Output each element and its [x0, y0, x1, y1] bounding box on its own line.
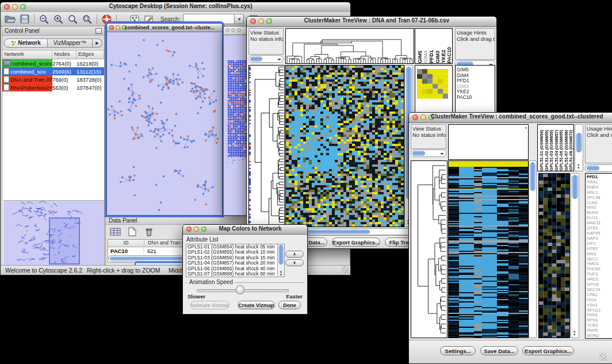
zoom-in-icon[interactable]	[51, 13, 66, 25]
usage-hints-panel: Usage Hints Click and drag to	[585, 124, 612, 163]
settings---button[interactable]: Settings...	[440, 346, 476, 355]
scroll-thumb[interactable]	[587, 166, 599, 171]
tab-network[interactable]: Network	[4, 39, 48, 48]
search-dropdown-icon[interactable]: ▼	[234, 14, 243, 24]
treeview-window-combined: ClusterMaker TreeView : combined_scores_…	[408, 112, 612, 364]
close-button[interactable]	[186, 227, 192, 232]
scroll-thumb[interactable]	[278, 245, 284, 265]
network-row-RNAPuberNov2+[interactable]: RNAPuberNov2+563(0)107847(0)	[2, 83, 104, 91]
scroll-thumb[interactable]	[530, 162, 536, 191]
data-panel-toolbar	[109, 227, 155, 237]
scroll-thumb[interactable]	[412, 151, 425, 156]
view-status-panel: View Status No status info f	[248, 28, 284, 55]
treeview1-titlebar[interactable]: ClusterMaker TreeView : DNA and Tran 07-…	[247, 17, 496, 27]
network-row-combined_sco[interactable]: combined_sco2569(6)13112(15)	[2, 67, 104, 75]
treeview2-title: ClusterMaker TreeView : combined_scores_…	[422, 113, 612, 120]
global-heatmap-panel[interactable]	[448, 160, 529, 338]
table-icon[interactable]	[109, 227, 122, 237]
zoom-button[interactable]	[237, 28, 241, 32]
close-button[interactable]	[250, 18, 256, 24]
resize-grip[interactable]	[342, 266, 349, 274]
folder-icon	[3, 60, 11, 66]
close-button[interactable]	[412, 114, 418, 120]
view-status-scrollbar[interactable]: ◂▸	[248, 55, 284, 63]
tab-network-label: Network	[18, 40, 40, 46]
column-network[interactable]: Network	[2, 51, 52, 59]
close-button[interactable]	[4, 4, 10, 10]
gene-label-MON2[interactable]: MON2	[586, 334, 612, 339]
column-id[interactable]: ID	[108, 240, 144, 247]
close-button[interactable]	[109, 25, 114, 30]
open-file-icon[interactable]	[3, 13, 17, 25]
network-view-titlebar[interactable]: combined_scores_good.txt--cluste...	[107, 24, 222, 32]
column-label-GIM4: GIM4	[423, 29, 429, 63]
row-dendrogram-panel[interactable]	[248, 65, 285, 227]
tab-vizmapper[interactable]: VizMapper™	[48, 39, 93, 48]
save-data---button[interactable]: Save Data...	[480, 346, 518, 355]
animate-vizmap-button: Animate Vizmap	[190, 301, 230, 309]
move-up-button[interactable]: ∧	[285, 251, 304, 258]
treeview2-titlebar[interactable]: ClusterMaker TreeView : combined_scores_…	[409, 113, 612, 123]
save-icon[interactable]	[17, 13, 32, 25]
network-name: combined_scores	[12, 60, 52, 67]
scroll-thumb[interactable]	[250, 56, 262, 62]
resize-grip[interactable]	[599, 353, 607, 361]
column-label-GPL51-08: GPL51-08 (GSM872)	[568, 125, 573, 171]
network-name: DNA and Tran 07	[10, 76, 52, 83]
zoom-out-icon[interactable]	[37, 13, 51, 25]
create-vizmap-button[interactable]: Create Vizmap	[238, 301, 275, 309]
minimize-button[interactable]	[231, 28, 235, 32]
gene-label-PAC10[interactable]: PAC10	[456, 95, 495, 101]
scroll-thumb[interactable]	[576, 133, 582, 152]
move-down-button[interactable]: ∨	[285, 259, 304, 266]
network-table-rows: combined_scores2764(0)16218(0)combined_s…	[2, 59, 104, 91]
main-titlebar[interactable]: Cytoscape Desktop (Session Name: collins…	[1, 2, 350, 13]
dialog-title: Map Colors to Network	[196, 225, 305, 232]
float-panel-icon[interactable]	[95, 28, 102, 34]
column-label-PAC10: PAC10	[446, 29, 452, 63]
scroll-thumb[interactable]	[572, 175, 578, 199]
zoom-selected-icon[interactable]	[80, 13, 94, 25]
animation-speed-label: Animation Speed	[188, 279, 235, 285]
row-dendrogram-panel[interactable]	[411, 160, 447, 338]
column-label-YKE2: YKE2	[441, 29, 446, 63]
column-edges[interactable]: Edges	[76, 51, 104, 59]
done-button[interactable]: Done	[278, 301, 301, 309]
network-name: RNAPuberNov2+	[10, 85, 52, 91]
export-graphics---button[interactable]: Export Graphics...	[332, 237, 380, 247]
network-canvas[interactable]	[107, 32, 221, 215]
zoom-fit-icon[interactable]	[66, 13, 80, 25]
column-dendrogram-panel[interactable]	[285, 28, 414, 64]
network-table-header: Network Nodes Edges	[2, 51, 104, 59]
column-tree-spacer: ▸	[448, 124, 529, 160]
column-nodes[interactable]: Nodes	[52, 51, 76, 59]
slider-thumb[interactable]	[236, 285, 244, 294]
tab-overflow-arrow[interactable]: ▶	[93, 39, 102, 48]
attribute-list[interactable]: GPL51-01 (GSM854) heat shock 05 minGPL51…	[186, 244, 285, 277]
heatmap-vscrollbar[interactable]	[529, 160, 537, 338]
network-row-DNA and Tran 07[interactable]: DNA and Tran 07769(0)183728(0)	[2, 75, 104, 83]
zoom-heatmap-panel[interactable]	[538, 173, 570, 338]
search-input[interactable]	[183, 14, 234, 24]
dense-network-canvas[interactable]	[224, 35, 249, 215]
new-icon[interactable]	[126, 227, 139, 237]
global-heatmap-panel[interactable]	[285, 65, 404, 227]
column-dendrogram	[286, 29, 414, 63]
close-button[interactable]	[225, 28, 230, 32]
network-overview-thumbnail[interactable]	[3, 200, 104, 266]
zoom-heatmap	[417, 69, 448, 99]
network-row-combined_scores[interactable]: combined_scores2764(0)16218(0)	[2, 59, 104, 67]
delete-icon[interactable]	[143, 227, 155, 237]
scroll-arrows[interactable]: ▲▼	[278, 270, 284, 277]
usage-hints-scrollbar[interactable]	[585, 164, 612, 172]
usage-hints-panel: Usage Hints Click and drag to	[455, 28, 495, 60]
column-labels-scrollbar[interactable]: ▴▾	[575, 124, 583, 171]
dialog-titlebar[interactable]: Map Colors to Network	[183, 225, 307, 235]
attribute-item[interactable]: GPL51-07 (GSM868) heat shock 60 min	[186, 271, 284, 277]
data-panel-title: Data Panel	[109, 217, 137, 224]
attribute-list-scrollbar[interactable]: ▲▼	[277, 244, 284, 277]
gene-list[interactable]: PFD1YRA1RNR4MSL1SPC98CLN1NIS1BUD4ELG1MAK…	[585, 173, 612, 339]
export-graphics---button[interactable]: Export Graphics...	[522, 346, 574, 355]
zoom-vscrollbar[interactable]: ▴▾	[571, 173, 579, 338]
view-status-scrollbar[interactable]: ◂▸	[411, 150, 446, 157]
